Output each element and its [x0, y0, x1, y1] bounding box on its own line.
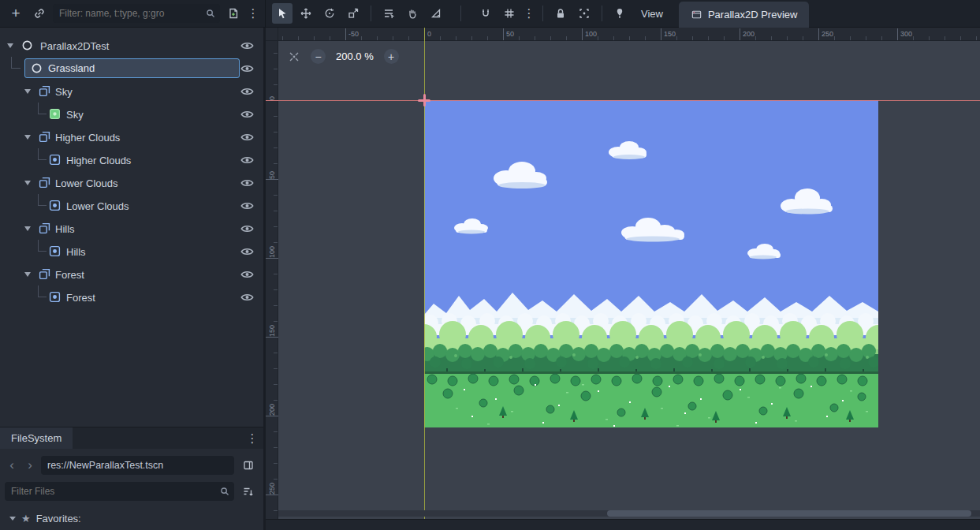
instance-scene-button[interactable] [29, 3, 50, 24]
chevron-down-icon[interactable] [24, 89, 31, 94]
grid-snap-toggle[interactable] [499, 3, 520, 24]
chevron-down-icon[interactable] [9, 517, 16, 521]
list-select-tool[interactable] [378, 3, 399, 24]
sort-icon [242, 485, 255, 498]
parallax-scene-preview[interactable] [424, 100, 878, 427]
preview-tab-label: Parallax2D Preview [708, 9, 797, 21]
select-tool[interactable] [272, 3, 293, 24]
filesystem-menu-button[interactable]: ⋮ [246, 428, 259, 449]
lock-button[interactable] [550, 3, 571, 24]
zoom-out-button[interactable]: − [311, 49, 326, 64]
chevron-down-icon[interactable] [24, 272, 31, 277]
rename-editor [24, 58, 240, 78]
visibility-toggle[interactable] [238, 151, 255, 169]
visibility-toggle[interactable] [238, 106, 255, 123]
ruler-tick-label: 300 [897, 28, 912, 40]
scene-menu-button[interactable]: ⋮ [247, 3, 259, 24]
chevron-down-icon[interactable] [24, 226, 31, 231]
horizontal-scrollbar[interactable] [278, 510, 980, 517]
node-icon [31, 62, 43, 74]
snap-options-button[interactable]: ⋮ [523, 3, 535, 24]
chevron-down-icon[interactable] [7, 43, 13, 48]
eye-icon [240, 64, 254, 73]
ruler-tick-label: 250 [268, 483, 276, 495]
canvas-toolbar: ⋮ View Parallax2D Preview [266, 0, 980, 28]
scale-icon [347, 7, 360, 20]
zoom-percent-label[interactable]: 200.0 % [336, 50, 374, 62]
filesystem-header: FileSystem ⋮ [0, 427, 263, 449]
filesystem-tab[interactable]: FileSystem [0, 427, 73, 449]
add-node-button[interactable]: + [6, 3, 26, 24]
rotate-tool[interactable] [319, 3, 340, 24]
tree-row-hills-sprite[interactable]: Hills [0, 240, 263, 263]
ruler-tool[interactable] [426, 3, 446, 24]
tree-row-lower-clouds-sprite[interactable]: Lower Clouds [0, 194, 263, 217]
group-button[interactable] [574, 3, 594, 24]
visibility-toggle[interactable] [238, 60, 255, 77]
zoom-in-button[interactable]: + [384, 49, 399, 64]
tree-row-sky-sprite[interactable]: Sky [0, 103, 263, 125]
visibility-toggle[interactable] [238, 174, 255, 192]
visibility-toggle[interactable] [238, 289, 255, 306]
node-label: Forest [55, 268, 84, 280]
vertical-ruler: 0 50 100 150 200 250 [266, 41, 278, 530]
dock-splitter[interactable] [263, 28, 266, 530]
parallax2d-preview-tab[interactable]: Parallax2D Preview [679, 2, 809, 28]
visibility-toggle[interactable] [238, 220, 255, 237]
horizontal-ruler: -50 0 50 100 150 200 250 300 [278, 28, 980, 41]
favorites-row[interactable]: ★ Favorites: [0, 508, 263, 528]
ruler-triangle-icon [430, 7, 442, 20]
visibility-toggle[interactable] [238, 266, 255, 283]
visibility-toggle[interactable] [238, 197, 255, 215]
smart-snap-toggle[interactable] [475, 3, 496, 24]
chevron-down-icon[interactable] [24, 135, 31, 140]
canvas-viewport[interactable]: -50 0 50 100 150 200 250 300 0 50 100 15… [266, 28, 980, 530]
node-label: Hills [55, 222, 75, 234]
tree-row-hills[interactable]: Hills [0, 217, 263, 240]
visibility-toggle[interactable] [238, 129, 255, 146]
search-icon [219, 486, 230, 497]
attach-script-button[interactable] [223, 3, 244, 24]
tree-row-higher-clouds-sprite[interactable]: Higher Clouds [0, 148, 263, 171]
rename-input[interactable] [48, 62, 239, 74]
visibility-toggle[interactable] [238, 37, 255, 54]
pan-tool[interactable] [402, 3, 423, 24]
sort-files-button[interactable] [238, 481, 259, 502]
tree-row-lower-clouds[interactable]: Lower Clouds [0, 171, 263, 194]
chevron-down-icon[interactable] [24, 181, 31, 185]
scale-tool[interactable] [343, 3, 363, 24]
pin-button[interactable] [609, 3, 630, 24]
eye-icon [240, 201, 254, 211]
visibility-toggle[interactable] [238, 243, 255, 260]
x-axis-line [266, 100, 980, 101]
file-filter-input[interactable] [5, 482, 234, 501]
filesystem-dock: FileSystem ⋮ ‹ › ★ Favorites: [0, 427, 263, 530]
focus-selection-icon[interactable] [288, 50, 300, 63]
move-tool[interactable] [296, 3, 316, 24]
scene-filter-input[interactable] [53, 4, 220, 23]
tree-row-higher-clouds[interactable]: Higher Clouds [0, 125, 263, 148]
tree-row-sky[interactable]: Sky [0, 80, 263, 103]
node-label: Hills [66, 245, 86, 257]
view-menu-button[interactable]: View [633, 3, 671, 24]
tree-guide [38, 286, 47, 297]
ruler-tick-label: 50 [268, 171, 276, 179]
scene-filter [53, 4, 220, 23]
rotate-icon [323, 7, 336, 20]
split-view-button[interactable] [238, 455, 259, 476]
colorrect-icon [49, 108, 61, 120]
current-path-field[interactable] [41, 456, 234, 475]
magnet-icon [479, 7, 492, 20]
scrollbar-thumb[interactable] [607, 510, 971, 517]
visibility-toggle[interactable] [238, 83, 255, 100]
back-button[interactable]: ‹ [5, 457, 19, 474]
tree-row-forest[interactable]: Forest [0, 263, 263, 286]
tree-row-grassland[interactable] [0, 57, 263, 80]
cursor-arrow-icon [276, 7, 289, 20]
eye-icon [240, 293, 254, 302]
parallax2d-icon [39, 131, 50, 143]
tree-row-forest-sprite[interactable]: Forest [0, 286, 263, 308]
tree-row-parallax2dtest[interactable]: Parallax2DTest [0, 34, 263, 57]
pin-icon [613, 7, 626, 20]
forward-button[interactable]: › [23, 457, 37, 474]
